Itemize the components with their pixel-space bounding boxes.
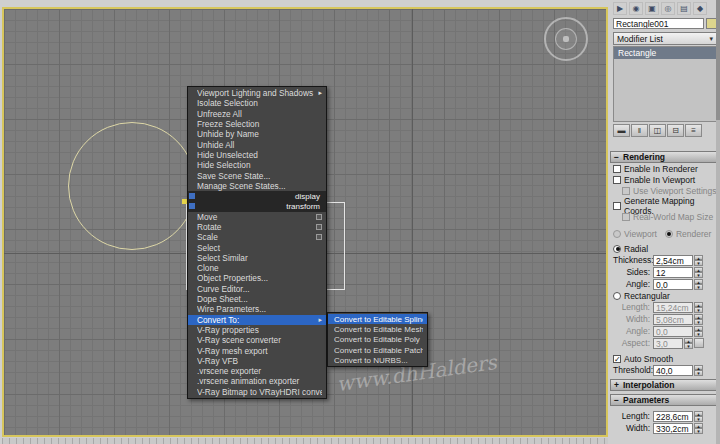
- configure-modifier-sets-icon[interactable]: ≡: [685, 124, 702, 137]
- convert-to-submenu: Convert to Editable Spline Convert to Ed…: [327, 312, 428, 367]
- create-tab-icon[interactable]: ▶: [613, 2, 627, 15]
- radial-radio-icon: [613, 245, 621, 253]
- menu-item-freeze-selection[interactable]: Freeze Selection: [188, 119, 326, 129]
- spinner-down-icon[interactable]: ▾: [694, 272, 703, 278]
- menu-item-isolate-selection[interactable]: Isolate Selection: [188, 98, 326, 108]
- rectangular-radio[interactable]: Rectangular: [610, 290, 720, 301]
- spinner-arrows[interactable]: ▴▾: [694, 279, 703, 290]
- scrollbar-thumb[interactable]: [716, 0, 720, 120]
- pin-stack-icon[interactable]: ▬: [613, 124, 630, 137]
- submenu-item-nurbs[interactable]: Convert to NURBS...: [328, 355, 427, 365]
- menu-item-hide-unselected[interactable]: Hide Unselected: [188, 150, 326, 160]
- object-name-field[interactable]: Rectangle001: [613, 18, 704, 29]
- rollout-title: Interpolation: [623, 380, 674, 390]
- interpolation-rollout-header[interactable]: + Interpolation: [610, 379, 720, 391]
- utilities-tab-icon[interactable]: ◆: [693, 2, 707, 15]
- width-spinner-row: Width: 5,08cm ▴▾: [610, 313, 720, 325]
- menu-item-vray-scene-converter[interactable]: V-Ray scene converter: [188, 335, 326, 345]
- angle2-spinner-row: Angle: 0,0 ▴▾: [610, 325, 720, 337]
- enable-in-renderer-checkbox[interactable]: Enable In Renderer: [610, 163, 720, 174]
- motion-tab-icon[interactable]: ◎: [661, 2, 675, 15]
- spinner-arrows[interactable]: ▴▾: [694, 423, 703, 434]
- threshold-field[interactable]: 40,0: [653, 365, 693, 376]
- spinner-down-icon[interactable]: ▾: [694, 370, 703, 376]
- command-panel: ▶ ◉ ▣ ◎ ▤ ◆ Rectangle001 Modifier List ▾…: [610, 0, 720, 444]
- checkbox-icon: [613, 202, 621, 210]
- menu-item-vray-vfb[interactable]: V-Ray VFB: [188, 356, 326, 366]
- menu-item-scale[interactable]: Scale: [188, 232, 326, 242]
- menu-item-unhide-by-name[interactable]: Unhide by Name: [188, 129, 326, 139]
- menu-item-vray-properties[interactable]: V-Ray properties: [188, 325, 326, 335]
- menu-item-hide-selection[interactable]: Hide Selection: [188, 160, 326, 170]
- menu-item-viewport-lighting[interactable]: Viewport Lighting and Shadows ▸: [188, 88, 326, 98]
- renderer-radio-icon[interactable]: [665, 230, 673, 238]
- menu-item-wire-parameters[interactable]: Wire Parameters...: [188, 304, 326, 314]
- spinner-down-icon[interactable]: ▾: [694, 260, 703, 266]
- modifier-list-dropdown[interactable]: Modifier List ▾: [613, 32, 717, 45]
- radio-label: Radial: [624, 244, 648, 254]
- radial-radio[interactable]: Radial: [610, 243, 720, 254]
- menu-item-convert-to[interactable]: Convert To: ▸: [188, 315, 326, 325]
- menu-item-clone[interactable]: Clone: [188, 263, 326, 273]
- spinner-down-icon[interactable]: ▾: [694, 416, 703, 422]
- menu-item-select[interactable]: Select: [188, 242, 326, 252]
- scale-settings-icon[interactable]: [316, 234, 322, 240]
- submenu-item-editable-poly[interactable]: Convert to Editable Poly: [328, 335, 427, 345]
- menu-item-select-similar[interactable]: Select Similar: [188, 253, 326, 263]
- menu-item-unfreeze-all[interactable]: Unfreeze All: [188, 109, 326, 119]
- spinner-down-icon[interactable]: ▾: [694, 428, 703, 434]
- rotate-settings-icon[interactable]: [316, 224, 322, 230]
- field-label: Width:: [613, 423, 653, 433]
- viewport-renderer-radio-row: Viewport Renderer: [610, 228, 720, 239]
- remove-modifier-icon[interactable]: ⊟: [667, 124, 684, 137]
- menu-item-rotate[interactable]: Rotate: [188, 222, 326, 232]
- show-end-result-icon[interactable]: ‖: [631, 124, 648, 137]
- menu-item-vrscene-animation-exporter[interactable]: .vrscene animation exporter: [188, 376, 326, 386]
- thickness-field[interactable]: 2,54cm: [653, 255, 693, 266]
- submenu-item-editable-spline[interactable]: Convert to Editable Spline: [328, 314, 427, 324]
- param-length-field[interactable]: 228,6cm: [653, 411, 693, 422]
- quad-category-icon: [189, 203, 195, 209]
- spinner-arrows[interactable]: ▴▾: [694, 365, 703, 376]
- menu-item-curve-editor[interactable]: Curve Editor...: [188, 284, 326, 294]
- expand-icon: +: [614, 380, 623, 390]
- enable-in-viewport-checkbox[interactable]: Enable In Viewport: [610, 174, 720, 185]
- angle-field[interactable]: 0,0: [653, 279, 693, 290]
- spinner-arrows[interactable]: ▴▾: [694, 411, 703, 422]
- menu-item-label: Convert to Editable Patch: [334, 346, 423, 355]
- viewport-radio-icon[interactable]: [613, 230, 621, 238]
- menu-item-dope-sheet[interactable]: Dope Sheet...: [188, 294, 326, 304]
- submenu-item-editable-mesh[interactable]: Convert to Editable Mesh: [328, 324, 427, 334]
- circle-spline-shape[interactable]: [68, 122, 196, 250]
- menu-item-label: V-Ray mesh export: [197, 346, 322, 356]
- track-bar[interactable]: [2, 438, 608, 444]
- rendering-rollout-header[interactable]: − Rendering: [610, 151, 720, 163]
- display-tab-icon[interactable]: ▤: [677, 2, 691, 15]
- make-unique-icon[interactable]: ◫: [649, 124, 666, 137]
- menu-item-object-properties[interactable]: Object Properties...: [188, 273, 326, 283]
- thickness-spinner-row: Thickness: 2,54cm ▴▾: [610, 254, 720, 266]
- spinner-down-icon[interactable]: ▾: [694, 284, 703, 290]
- view-navigation-gizmo[interactable]: [544, 17, 588, 61]
- menu-item-vrscene-exporter[interactable]: .vrscene exporter: [188, 366, 326, 376]
- stack-item-rectangle[interactable]: Rectangle: [614, 47, 716, 59]
- menu-item-manage-scene-states[interactable]: Manage Scene States...: [188, 181, 326, 191]
- sides-field[interactable]: 12: [653, 267, 693, 278]
- menu-item-unhide-all[interactable]: Unhide All: [188, 139, 326, 149]
- parameters-rollout-header[interactable]: − Parameters: [610, 394, 720, 406]
- hierarchy-tab-icon[interactable]: ▣: [645, 2, 659, 15]
- panel-scrollbar[interactable]: [716, 0, 720, 444]
- generate-mapping-coords-checkbox[interactable]: Generate Mapping Coords.: [610, 200, 720, 211]
- spinner-arrows[interactable]: ▴▾: [694, 255, 703, 266]
- move-settings-icon[interactable]: [316, 214, 322, 220]
- submenu-item-editable-patch[interactable]: Convert to Editable Patch: [328, 345, 427, 355]
- auto-smooth-checkbox[interactable]: Auto Smooth: [610, 353, 720, 364]
- menu-item-vray-bitmap-converter[interactable]: V-Ray Bitmap to VRayHDRI converter: [188, 387, 326, 397]
- spinner-arrows[interactable]: ▴▾: [694, 267, 703, 278]
- menu-item-move[interactable]: Move: [188, 212, 326, 222]
- menu-item-vray-mesh-export[interactable]: V-Ray mesh export: [188, 345, 326, 355]
- modify-tab-icon[interactable]: ◉: [629, 2, 643, 15]
- param-width-field[interactable]: 330,2cm: [653, 423, 693, 434]
- spinner-down-icon: ▾: [694, 307, 703, 313]
- menu-item-save-scene-state[interactable]: Save Scene State...: [188, 170, 326, 180]
